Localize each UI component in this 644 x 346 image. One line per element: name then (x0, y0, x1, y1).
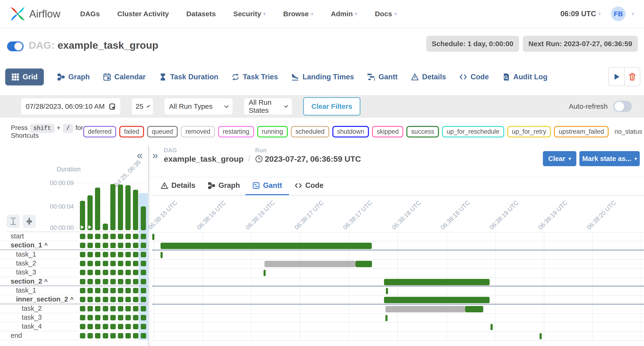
base-date-input[interactable]: 07/28/2023, 06:09:10 AM (21, 98, 121, 115)
task-instance-square[interactable] (126, 243, 131, 248)
trigger-dag-button[interactable] (609, 68, 624, 86)
task-instance-square[interactable] (95, 243, 100, 248)
avatar[interactable]: FB (611, 6, 626, 21)
task-label[interactable]: task_1 (0, 286, 36, 295)
task-instance-square[interactable] (95, 288, 100, 293)
tab-code[interactable]: Code (459, 73, 489, 81)
task-instance-square[interactable] (126, 324, 131, 329)
task-instance-square[interactable] (133, 288, 138, 293)
task-instance-square[interactable] (95, 252, 100, 257)
gantt-bar-success[interactable] (490, 324, 493, 330)
legend-skipped[interactable]: skipped (372, 126, 403, 138)
legend-deferred[interactable]: deferred (83, 126, 116, 138)
task-instance-square[interactable] (80, 324, 85, 329)
nav-item-docs[interactable]: Docs▾ (375, 10, 397, 18)
collapse-panel-icon[interactable]: « (137, 150, 143, 161)
task-instance-square[interactable] (110, 252, 116, 257)
task-instance-square[interactable] (103, 315, 108, 320)
gantt-bar-success[interactable] (264, 270, 266, 276)
gantt-bar-success[interactable] (152, 234, 154, 240)
legend-removed[interactable]: removed (181, 126, 215, 138)
task-instance-square[interactable] (126, 252, 131, 257)
task-instance-square[interactable] (88, 252, 93, 257)
task-instance-square[interactable] (95, 297, 100, 302)
run-tab-graph[interactable]: Graph (208, 181, 240, 195)
panel-resize-handle[interactable] (148, 146, 150, 346)
task-instance-square[interactable] (118, 252, 123, 257)
task-instance-square[interactable] (133, 270, 138, 275)
task-instance-square[interactable] (118, 333, 123, 339)
task-instance-square[interactable] (118, 288, 123, 293)
task-instance-square[interactable] (133, 297, 138, 302)
task-instance-square[interactable] (103, 306, 108, 311)
dag-run-bar[interactable] (88, 195, 93, 230)
expand-all-rows-button[interactable] (6, 215, 20, 228)
gantt-bar-success[interactable] (160, 252, 163, 258)
dag-run-bar[interactable] (95, 187, 100, 230)
task-instance-square[interactable] (103, 234, 108, 239)
task-instance-square[interactable] (133, 306, 138, 311)
dag-run-bar[interactable] (103, 224, 108, 230)
task-instance-square[interactable] (80, 261, 85, 266)
task-label[interactable]: task_1 (0, 250, 36, 258)
task-instance-square[interactable] (141, 279, 146, 284)
dag-run-bar[interactable] (141, 206, 146, 230)
task-instance-square[interactable] (103, 261, 108, 266)
dag-run-bar[interactable] (80, 201, 85, 230)
expand-panel-icon[interactable]: » (152, 150, 158, 161)
tab-task-tries[interactable]: Task Tries (232, 73, 278, 81)
task-instance-square[interactable] (141, 297, 146, 302)
tab-calendar[interactable]: Calendar (103, 73, 146, 81)
task-instance-square[interactable] (80, 315, 85, 320)
tab-details[interactable]: Details (411, 73, 446, 81)
task-instance-square[interactable] (103, 270, 108, 275)
task-instance-square[interactable] (126, 297, 131, 302)
nav-item-admin[interactable]: Admin▾ (331, 10, 357, 18)
task-instance-square[interactable] (88, 261, 93, 266)
task-instance-square[interactable] (141, 315, 146, 320)
task-instance-square[interactable] (133, 243, 138, 248)
breadcrumb-dag-name[interactable]: example_task_group (164, 155, 244, 164)
task-instance-square[interactable] (126, 270, 131, 275)
tab-task-duration[interactable]: Task Duration (159, 73, 218, 81)
task-instance-square[interactable] (118, 270, 123, 275)
task-instance-square[interactable] (95, 279, 100, 284)
task-instance-square[interactable] (141, 270, 146, 275)
collapse-all-rows-button[interactable] (23, 215, 36, 228)
task-instance-square[interactable] (110, 279, 116, 284)
legend-shutdown[interactable]: shutdown (332, 126, 369, 138)
task-instance-square[interactable] (88, 279, 93, 284)
dag-run-bar[interactable] (133, 190, 138, 230)
clear-run-button[interactable]: Clear▾ (543, 151, 576, 166)
gantt-bar-success[interactable] (465, 306, 483, 312)
task-instance-square[interactable] (95, 306, 100, 311)
delete-dag-button[interactable] (624, 68, 640, 86)
task-instance-square[interactable] (110, 324, 116, 329)
task-instance-square[interactable] (126, 279, 131, 284)
task-label[interactable]: section_1^ (0, 241, 48, 249)
task-instance-square[interactable] (88, 333, 93, 339)
task-instance-square[interactable] (95, 261, 100, 266)
task-instance-square[interactable] (110, 234, 116, 239)
gantt-bar-success[interactable] (540, 333, 542, 340)
task-instance-square[interactable] (88, 324, 93, 329)
task-instance-square[interactable] (141, 288, 146, 293)
collapse-group-icon[interactable]: ^ (44, 242, 48, 249)
task-instance-square[interactable] (141, 324, 146, 329)
task-instance-square[interactable] (118, 324, 123, 329)
clear-filters-button[interactable]: Clear Filters (303, 97, 360, 116)
task-instance-square[interactable] (88, 306, 93, 311)
task-instance-square[interactable] (110, 306, 116, 311)
gantt-bar-success[interactable] (386, 288, 388, 294)
task-instance-square[interactable] (126, 261, 131, 266)
task-instance-square[interactable] (88, 288, 93, 293)
task-instance-square[interactable] (141, 261, 146, 266)
gantt-bar-success[interactable] (386, 315, 388, 321)
task-instance-square[interactable] (118, 279, 123, 284)
task-instance-square[interactable] (80, 297, 85, 302)
task-instance-square[interactable] (133, 324, 138, 329)
task-instance-square[interactable] (118, 234, 123, 239)
task-instance-square[interactable] (95, 270, 100, 275)
page-size-select[interactable]: 25 (132, 98, 153, 115)
task-instance-square[interactable] (110, 288, 116, 293)
